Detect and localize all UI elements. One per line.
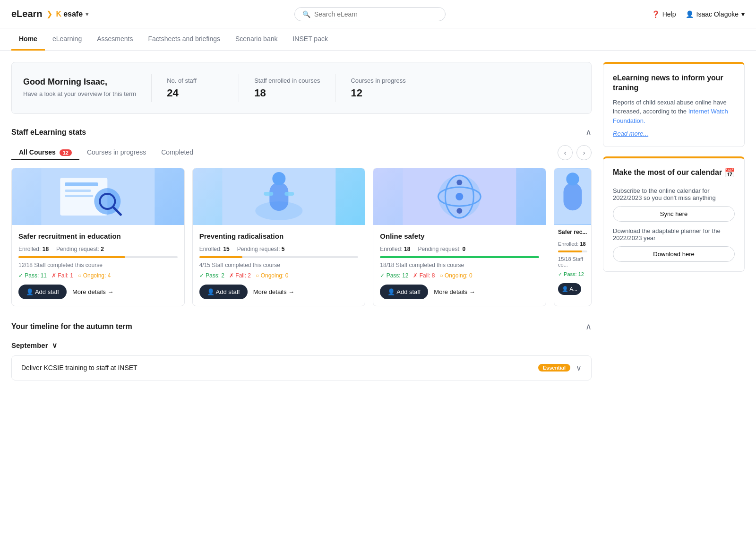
timeline-item-chevron[interactable]: ∨ <box>576 363 582 372</box>
welcome-subtitle: Have a look at your overview for this te… <box>23 90 136 98</box>
tab-in-progress[interactable]: Courses in progress <box>79 146 154 160</box>
download-button[interactable]: Download here <box>613 246 735 262</box>
progress-fill-1 <box>18 256 125 258</box>
search-bar[interactable]: 🔍 <box>294 7 446 21</box>
stats-divider-3 <box>335 74 335 102</box>
timeline-collapse-button[interactable]: ∧ <box>585 321 592 332</box>
course-image-4 <box>554 168 591 225</box>
pass-fail-4: ✓ Pass: 12 <box>558 271 587 277</box>
pass-count-3: ✓ Pass: 12 <box>380 272 408 279</box>
september-group: September ∨ Deliver KCSIE training to st… <box>11 341 592 380</box>
header-center: 🔍 <box>88 7 652 21</box>
more-details-link-3[interactable]: More details → <box>434 288 475 295</box>
iwf-link[interactable]: Internet Watch Foundation. <box>613 108 728 124</box>
card-actions-4: 👤 A... <box>558 283 587 295</box>
ongoing-count-2: ○ Ongoing: 0 <box>256 272 288 279</box>
next-courses-button[interactable]: › <box>576 145 592 160</box>
course-card-radicalisation: Preventing radicalisation Enrolled: 15 P… <box>192 168 366 306</box>
add-staff-button-1[interactable]: 👤 Add staff <box>18 285 67 299</box>
course-image-3 <box>373 168 546 225</box>
calendar-card: Make the most of our calendar 📅 Subscrib… <box>603 156 745 272</box>
more-details-link-2[interactable]: More details → <box>253 288 294 295</box>
add-staff-button-2[interactable]: 👤 Add staff <box>199 285 248 299</box>
news-card: eLearning news to inform your traning Re… <box>603 62 745 147</box>
september-header[interactable]: September ∨ <box>11 341 592 350</box>
course-tabs: All Courses 12 Courses in progress Compl… <box>11 145 592 160</box>
svg-point-11 <box>272 172 285 185</box>
user-label: Isaac Olagoke <box>696 10 739 18</box>
staff-stats-collapse-button[interactable]: ∧ <box>585 127 592 138</box>
svg-rect-4 <box>65 195 93 197</box>
add-staff-button-3[interactable]: 👤 Add staff <box>380 285 428 299</box>
timeline-header: Your timeline for the autumn term ∧ <box>11 321 592 332</box>
tab-all-courses[interactable]: All Courses 12 <box>11 146 79 160</box>
help-label: Help <box>662 10 676 18</box>
progress-fill-2 <box>199 256 242 258</box>
pass-count-2: ✓ Pass: 2 <box>199 272 224 279</box>
pass-fail-1: ✓ Pass: 11 ✗ Fail: 1 ○ Ongoing: 4 <box>18 272 178 279</box>
search-input[interactable] <box>314 10 438 18</box>
user-menu[interactable]: 👤 Isaac Olagoke ▾ <box>686 10 745 18</box>
staff-stats-title: Staff eLearning stats <box>11 128 86 137</box>
user-icon: 👤 <box>686 10 694 18</box>
completed-text-4: 15/18 Staff co... <box>558 256 587 268</box>
add-staff-button-4[interactable]: 👤 A... <box>558 283 581 295</box>
stats-divider-1 <box>151 74 152 102</box>
course-image-1 <box>12 168 184 225</box>
help-button[interactable]: ❓ Help <box>652 10 676 18</box>
stat-label-staff: No. of staff <box>167 77 223 84</box>
logo: eLearn <box>11 9 43 19</box>
course-title-3: Online safety <box>380 232 539 241</box>
course-meta-4: Enrolled: 18 <box>558 241 587 247</box>
page-body: Good Morning Isaac, Have a look at your … <box>0 51 756 392</box>
breadcrumb-chevron: ❯ <box>46 9 52 18</box>
stat-value-enrolled: 18 <box>254 87 320 99</box>
read-more-link[interactable]: Read more... <box>613 130 735 137</box>
nav-item-home[interactable]: Home <box>11 28 45 51</box>
nav-item-factsheets[interactable]: Factsheets and briefings <box>140 28 228 51</box>
prev-courses-button[interactable]: ‹ <box>558 145 573 160</box>
pass-fail-2: ✓ Pass: 2 ✗ Fail: 2 ○ Ongoing: 0 <box>199 272 359 279</box>
main-content: Good Morning Isaac, Have a look at your … <box>11 62 592 380</box>
brand-label: esafe <box>63 10 83 18</box>
user-dropdown-icon: ▾ <box>741 10 745 18</box>
course-meta-1: Enrolled: 18 Pending request: 2 <box>18 246 178 252</box>
fail-count-1: ✗ Fail: 1 <box>52 272 73 279</box>
course-body-2: Preventing radicalisation Enrolled: 15 P… <box>193 225 365 306</box>
svg-rect-10 <box>269 182 288 211</box>
course-image-2 <box>193 168 365 225</box>
course-card-safer-4: Safer rec... Enrolled: 18 15/18 Staff co… <box>554 168 592 306</box>
more-details-link-1[interactable]: More details → <box>72 288 113 295</box>
brand-switcher[interactable]: Kesafe ▾ <box>56 10 88 18</box>
main-nav: Home eLearning Assesments Factsheets and… <box>0 28 756 51</box>
nav-item-scenario[interactable]: Scenario bank <box>228 28 285 51</box>
svg-rect-13 <box>284 192 294 196</box>
course-body-4: Safer rec... Enrolled: 18 15/18 Staff co… <box>554 225 591 299</box>
course-card-online-safety: Online safety Enrolled: 18 Pending reque… <box>373 168 546 306</box>
course-title-2: Preventing radicalisation <box>199 232 359 241</box>
sync-button[interactable]: Sync here <box>613 206 735 222</box>
svg-point-23 <box>566 173 579 185</box>
stat-in-progress: Courses in progress 12 <box>351 77 407 99</box>
svg-rect-12 <box>264 192 273 196</box>
course-body-3: Online safety Enrolled: 18 Pending reque… <box>373 225 546 306</box>
staff-stats-header: Staff eLearning stats ∧ <box>11 127 592 138</box>
svg-rect-3 <box>65 190 91 192</box>
nav-item-assessments[interactable]: Assesments <box>89 28 140 51</box>
stat-label-enrolled: Staff enrolled in courses <box>254 77 320 84</box>
sync-description: Subscribe to the online calendar for 202… <box>613 187 735 201</box>
welcome-title: Good Morning Isaac, <box>23 77 136 87</box>
sidebar: eLearning news to inform your traning Re… <box>603 62 745 380</box>
card-actions-3: 👤 Add staff More details → <box>380 285 539 299</box>
course-grid: Safer recruitment in education Enrolled:… <box>11 168 592 306</box>
fail-count-2: ✗ Fail: 2 <box>229 272 251 279</box>
nav-item-inset[interactable]: INSET pack <box>285 28 335 51</box>
news-card-body: Reports of child sexual abuse online hav… <box>613 98 735 126</box>
tab-completed[interactable]: Completed <box>154 146 201 160</box>
course-card-safer-recruitment: Safer recruitment in education Enrolled:… <box>11 168 185 306</box>
badge-essential: Essential <box>538 364 570 372</box>
timeline-section: Your timeline for the autumn term ∧ Sept… <box>11 321 592 380</box>
progress-bar-4 <box>558 251 587 252</box>
nav-item-elearning[interactable]: eLearning <box>45 28 89 51</box>
course-meta-2: Enrolled: 15 Pending request: 5 <box>199 246 359 252</box>
